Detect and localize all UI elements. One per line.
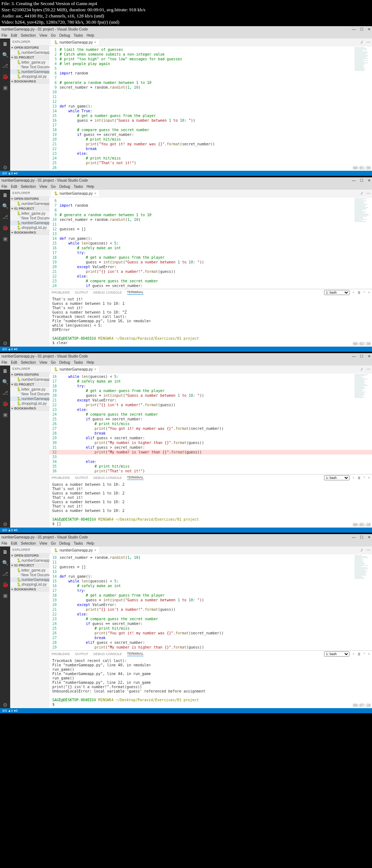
code-line[interactable]: 12guesses = [] [49,565,372,569]
code-line[interactable]: 26 print("You got it! my number was {}".… [49,631,372,635]
open-editors-section[interactable]: OPEN EDITORS [10,196,49,201]
code-line[interactable]: 10secret_number = random.randint(1, 10) [49,555,372,560]
project-section[interactable]: 01 PROJECT [10,563,49,568]
menu-go[interactable]: Go [51,541,56,545]
code-line[interactable]: 3# print "too high" or "too low" message… [49,57,372,61]
code-line[interactable]: 21 except ValueError: [49,398,372,403]
menu-selection[interactable]: Selection [21,360,36,364]
tab-close-icon[interactable]: × [94,40,96,44]
menu-debug[interactable]: Debug [59,33,70,37]
menu-go[interactable]: Go [51,33,56,37]
extensions-icon[interactable]: ▣ [2,235,8,242]
code-line[interactable]: 22 print("{} isn't a number!".format(gue… [49,403,372,407]
file-item[interactable]: 🐍letter_game.py [10,387,49,392]
code-line[interactable]: 11 [49,222,372,227]
editor-tab[interactable]: 🐍numberGameapp.py× [51,39,100,45]
terminal-close-icon[interactable]: × [368,476,370,480]
panel-tab-problems[interactable]: PROBLEMS [52,476,70,480]
code-line[interactable]: 18 try: [49,384,372,388]
menu-debug[interactable]: Debug [59,360,70,364]
terminal-output[interactable]: That's not it!Guess a number between 1 t… [49,296,372,347]
terminal-selector[interactable]: 1: bash [324,651,349,657]
terminal-new-icon[interactable]: + [352,652,354,656]
file-item[interactable]: 📄New Text Document.txt [10,216,49,221]
code-line[interactable]: 8 [49,208,372,213]
code-line[interactable]: 24 if guess == secret_number: [49,283,372,288]
code-line[interactable]: 30 print("My number is higher than {}".f… [49,440,372,445]
search-icon[interactable]: 🔍 [2,203,8,209]
file-item[interactable]: 🐍letter_game.py [10,60,49,65]
split-editor-icon[interactable]: ⫽ [360,40,364,45]
maximize-icon[interactable]: ☐ [360,178,363,182]
open-editor-item[interactable]: 🐍numberGameapp.py [10,50,49,55]
file-item[interactable]: 🐍numberGameapp.py [10,221,49,225]
minimize-icon[interactable]: — [352,535,356,539]
explorer-icon[interactable]: 🗎 [2,368,8,374]
menu-debug[interactable]: Debug [59,185,70,189]
panel-tab-problems[interactable]: PROBLEMS [52,652,70,656]
gear-icon[interactable]: ⚙ [2,521,8,528]
menu-file[interactable]: File [1,360,7,364]
split-editor-icon[interactable]: ⫽ [360,191,364,196]
code-line[interactable]: 19 if guess == secret_number: [49,132,372,137]
menu-view[interactable]: View [40,33,48,37]
file-item[interactable]: 📄New Text Document.txt [10,573,49,577]
file-item[interactable]: 🐍numberGameapp.py [10,396,49,401]
panel-tab-output[interactable]: OUTPUT [75,476,88,480]
file-item[interactable]: 🐍letter_game.py [10,211,49,216]
minimize-icon[interactable]: — [352,178,356,182]
file-item[interactable]: 🐍shoppingList.py [10,225,49,230]
menu-help[interactable]: Help [86,185,94,189]
explorer-icon[interactable]: 🗎 [2,41,8,47]
code-line[interactable]: 14 while True: [49,109,372,113]
menu-help[interactable]: Help [86,360,94,364]
minimap[interactable] [355,374,371,403]
code-line[interactable]: 1# limit the number of guesses [49,47,372,52]
open-editor-item[interactable]: 🐍numberGameapp.py [10,558,49,563]
code-line[interactable]: 15 while len(guesses) < 5: [49,579,372,584]
code-line[interactable]: 15 while len(guesses) < 5: [49,241,372,246]
panel-tab-debug-console[interactable]: DEBUG CONSOLE [93,476,122,480]
code-line[interactable]: 6 [49,198,372,203]
code-line[interactable]: 33 [49,455,372,459]
terminal-new-icon[interactable]: + [352,291,354,294]
editor-tab[interactable]: 🐍numberGameapp.py× [51,190,100,197]
code-line[interactable]: 19 # get a number guess from the player [49,388,372,393]
split-editor-icon[interactable]: ⫽ [360,367,364,372]
more-icon[interactable]: ⋯ [366,367,371,372]
split-editor-icon[interactable]: ⫽ [360,548,364,553]
code-line[interactable]: 16 # safely make an int [49,584,372,588]
menu-view[interactable]: View [40,360,48,364]
menu-edit[interactable]: Edit [11,185,17,189]
close-icon[interactable]: ✕ [368,535,371,539]
code-line[interactable]: 17 try: [49,588,372,593]
file-item[interactable]: 📄New Text Document.txt [10,65,49,69]
code-line[interactable]: 9# generate a random number between 1 to… [49,213,372,217]
menu-help[interactable]: Help [86,541,94,545]
file-item[interactable]: 🐍shoppingList.py [10,401,49,406]
more-icon[interactable]: ⋯ [366,40,371,45]
project-section[interactable]: 01 PROJECT [10,206,49,211]
code-line[interactable]: 23 else: [49,151,372,156]
code-line[interactable]: 28 elif guess < secret_number: [49,640,372,645]
code-line[interactable]: 25 if guess == secret_number: [49,417,372,421]
more-icon[interactable]: ⋯ [366,548,371,553]
code-line[interactable]: 34 else: [49,459,372,464]
editor-tab[interactable]: 🐍numberGameapp.py× [51,547,100,553]
menu-file[interactable]: File [1,541,7,545]
menu-edit[interactable]: Edit [11,33,17,37]
menu-file[interactable]: File [1,33,7,37]
maximize-icon[interactable]: ☐ [360,27,363,31]
code-line[interactable]: 21 print("{} isn't a number!".format(gue… [49,607,372,612]
menu-edit[interactable]: Edit [11,360,17,364]
minimap[interactable] [355,555,371,584]
minimize-icon[interactable]: — [352,354,356,358]
code-line[interactable]: 32 print("My number is lower than {}".fo… [49,450,372,455]
code-line[interactable]: 8# generate a random number between 1 to… [49,80,372,85]
code-line[interactable]: 20 # print hit/miss [49,137,372,142]
menu-edit[interactable]: Edit [11,541,17,545]
tab-close-icon[interactable]: × [94,367,96,371]
menu-debug[interactable]: Debug [59,541,70,545]
code-line[interactable]: 12 [49,99,372,104]
code-line[interactable]: 35 # print hit/miss [49,464,372,469]
